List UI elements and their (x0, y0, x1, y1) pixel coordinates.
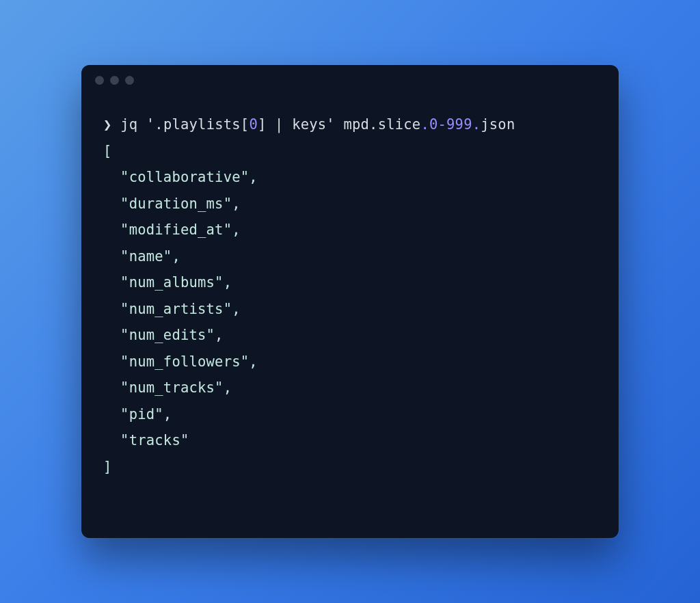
output-key-line: "num_artists", (103, 296, 597, 323)
terminal-window: ❯ jq '.playlists[0] | keys' mpd.slice.0-… (81, 65, 619, 538)
filename-range: 0-999 (429, 116, 472, 133)
output-key-line: "num_followers", (103, 349, 597, 375)
output-key-line: "num_albums", (103, 269, 597, 296)
output-key-line: "duration_ms", (103, 191, 597, 217)
output-key-line: "modified_at", (103, 217, 597, 243)
jq-filter-suffix: ] | keys' (258, 116, 335, 133)
output-key-line: "pid", (103, 401, 597, 428)
output-key-line: "num_edits", (103, 322, 597, 349)
filename-dot2: . (472, 116, 481, 133)
output-open-bracket: [ (103, 138, 597, 165)
terminal-content[interactable]: ❯ jq '.playlists[0] | keys' mpd.slice.0-… (81, 95, 619, 496)
close-button[interactable] (95, 76, 104, 85)
minimize-button[interactable] (110, 76, 119, 85)
output-key-line: "name", (103, 243, 597, 270)
filename-ext: json (481, 116, 515, 133)
output-key-line: "tracks" (103, 427, 597, 454)
jq-filter-prefix: '.playlists[ (146, 116, 250, 133)
command-line: ❯ jq '.playlists[0] | keys' mpd.slice.0-… (103, 111, 597, 138)
filename-dot1: . (420, 116, 429, 133)
output-key-line: "num_tracks", (103, 375, 597, 401)
maximize-button[interactable] (125, 76, 134, 85)
output-key-line: "collaborative", (103, 164, 597, 191)
titlebar (81, 65, 619, 95)
command-name: jq (120, 116, 137, 133)
jq-index: 0 (249, 116, 258, 133)
output-close-bracket: ] (103, 454, 597, 481)
filename-part1: mpd.slice (343, 116, 420, 133)
prompt-symbol: ❯ (103, 116, 112, 133)
